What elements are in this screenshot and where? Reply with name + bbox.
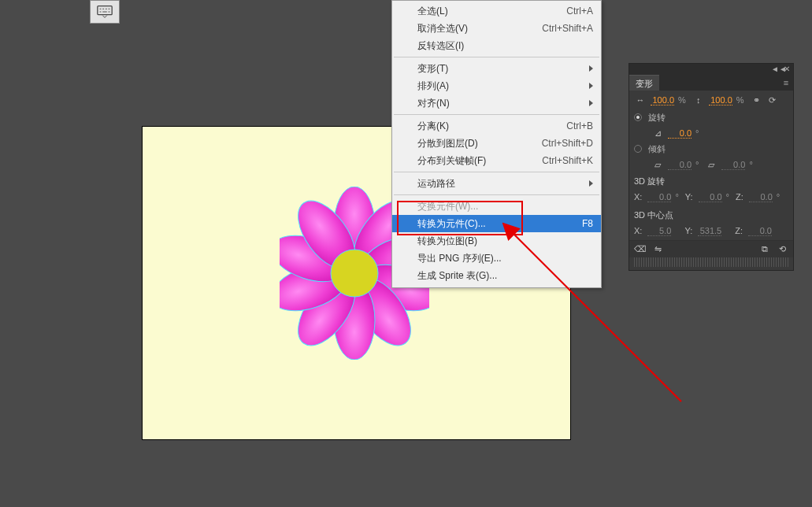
panel-collapse-icon[interactable]: ◄◄ bbox=[771, 65, 780, 73]
menu-generate-sprite-sheet[interactable]: 生成 Sprite 表(G)... bbox=[392, 267, 601, 284]
menu-label: 排列(A) bbox=[417, 80, 589, 93]
unit-label: % bbox=[736, 95, 744, 105]
svg-line-9 bbox=[105, 16, 107, 18]
menu-label: 分散到图层(D) bbox=[417, 137, 542, 150]
height-scale-icon: ↕ bbox=[692, 94, 705, 106]
unit-label: ° bbox=[695, 128, 699, 138]
menu-convert-to-bitmap[interactable]: 转换为位图(B) bbox=[392, 232, 601, 250]
menu-distribute-to-keyframes[interactable]: 分布到关键帧(F) Ctrl+Shift+K bbox=[392, 152, 601, 169]
submenu-arrow-icon bbox=[589, 180, 593, 187]
menu-motion-path[interactable]: 运动路径 bbox=[392, 175, 601, 192]
skew-radio[interactable] bbox=[634, 145, 642, 153]
svg-line-8 bbox=[102, 16, 105, 18]
ctr3d-y-value[interactable]: 531.5 bbox=[698, 226, 721, 236]
x-label: X: bbox=[634, 192, 642, 202]
panel-options-icon[interactable]: ≡ bbox=[779, 75, 793, 91]
menu-arrange[interactable]: 排列(A) bbox=[392, 77, 601, 94]
unit-label: ° bbox=[726, 192, 729, 202]
menu-shortcut: Ctrl+A bbox=[566, 6, 593, 17]
constrain-link-icon[interactable]: ⚭ bbox=[751, 94, 763, 106]
menu-label: 转换为位图(B) bbox=[417, 235, 593, 248]
menu-convert-to-symbol[interactable]: 转换为元件(C)... F8 bbox=[392, 215, 601, 232]
z-label: Z: bbox=[735, 226, 743, 235]
context-menu: 全选(L) Ctrl+A 取消全选(V) Ctrl+Shift+A 反转选区(I… bbox=[391, 0, 602, 288]
ctr3d-x-value[interactable]: 5.0 bbox=[647, 226, 671, 236]
svg-point-20 bbox=[331, 250, 378, 297]
x-label: X: bbox=[634, 226, 642, 235]
rotate-radio[interactable] bbox=[634, 113, 642, 121]
duplicate-transform-icon[interactable]: ⧉ bbox=[758, 243, 771, 256]
section-3d-rotation: 3D 旋转 bbox=[629, 172, 793, 187]
menu-label: 分离(K) bbox=[417, 120, 566, 133]
menu-label: 导出 PNG 序列(E)... bbox=[417, 252, 593, 265]
unit-label: % bbox=[678, 95, 686, 105]
panel-resize-grip[interactable] bbox=[634, 257, 788, 267]
menu-label: 变形(T) bbox=[417, 62, 589, 76]
menu-label: 转换为元件(C)... bbox=[417, 217, 582, 231]
panel-close-icon[interactable]: ✕ bbox=[782, 65, 792, 73]
svg-rect-0 bbox=[98, 6, 112, 15]
menu-separator bbox=[394, 172, 599, 172]
menu-label: 对齐(N) bbox=[417, 97, 589, 110]
skew-v-value[interactable]: 0.0 bbox=[721, 160, 745, 170]
menu-label: 生成 Sprite 表(G)... bbox=[417, 269, 593, 283]
rot3d-x-value[interactable]: 0.0 bbox=[647, 192, 671, 202]
menu-separator bbox=[394, 57, 599, 57]
y-label: Y: bbox=[685, 192, 693, 202]
submenu-arrow-icon bbox=[589, 100, 593, 106]
scale-width-value[interactable]: 100.0 bbox=[651, 95, 674, 105]
menu-label: 交换元件(W)... bbox=[417, 200, 593, 213]
menu-select-all[interactable]: 全选(L) Ctrl+A bbox=[392, 2, 601, 20]
ctr3d-z-value[interactable]: 0.0 bbox=[748, 226, 772, 236]
tab-transform[interactable]: 变形 bbox=[629, 75, 659, 91]
menu-swap-symbol: 交换元件(W)... bbox=[392, 198, 601, 215]
flip-horizontal-icon[interactable]: ⇋ bbox=[651, 243, 664, 256]
menu-transform[interactable]: 变形(T) bbox=[392, 60, 601, 77]
scale-height-value[interactable]: 100.0 bbox=[709, 95, 732, 105]
menu-shortcut: F8 bbox=[582, 218, 593, 229]
transform-panel: ◄◄ ✕ 变形 ≡ ↔ 100.0 % ↕ 100.0 % ⚭ ⟳ 旋转 ⊿ 0… bbox=[628, 63, 794, 271]
skew-h-icon: ▱ bbox=[651, 158, 664, 171]
menu-shortcut: Ctrl+B bbox=[566, 120, 593, 131]
section-3d-center: 3D 中心点 bbox=[629, 206, 793, 221]
submenu-arrow-icon bbox=[589, 65, 593, 72]
menu-label: 全选(L) bbox=[417, 5, 566, 18]
unit-label: ° bbox=[675, 192, 678, 202]
tab-label: 变形 bbox=[636, 79, 653, 88]
unit-label: ° bbox=[695, 160, 699, 169]
keyboard-tool-icon[interactable] bbox=[90, 0, 120, 24]
menu-invert-selection[interactable]: 反转选区(I) bbox=[392, 37, 601, 54]
remove-transform-icon[interactable]: ⌫ bbox=[634, 243, 647, 256]
rotate-value[interactable]: 0.0 bbox=[668, 128, 691, 139]
menu-label: 反转选区(I) bbox=[417, 39, 593, 53]
menu-label: 运动路径 bbox=[417, 177, 589, 191]
menu-deselect-all[interactable]: 取消全选(V) Ctrl+Shift+A bbox=[392, 20, 601, 37]
skew-v-icon: ▱ bbox=[705, 158, 717, 171]
menu-shortcut: Ctrl+Shift+D bbox=[542, 138, 593, 149]
menu-distribute-to-layers[interactable]: 分散到图层(D) Ctrl+Shift+D bbox=[392, 135, 601, 152]
y-label: Y: bbox=[684, 226, 692, 235]
rot3d-z-value[interactable]: 0.0 bbox=[749, 192, 773, 202]
skew-label: 倾斜 bbox=[648, 143, 666, 155]
menu-separator bbox=[394, 114, 599, 115]
menu-label: 取消全选(V) bbox=[417, 22, 542, 35]
unit-label: ° bbox=[777, 192, 780, 202]
menu-shortcut: Ctrl+Shift+A bbox=[542, 23, 593, 34]
menu-separator bbox=[394, 194, 599, 195]
z-label: Z: bbox=[736, 192, 743, 202]
menu-label: 分布到关键帧(F) bbox=[417, 154, 542, 168]
reset-rotate-icon[interactable]: ⟳ bbox=[766, 94, 779, 106]
menu-break-apart[interactable]: 分离(K) Ctrl+B bbox=[392, 117, 601, 135]
width-scale-icon: ↔ bbox=[634, 94, 647, 106]
skew-h-value[interactable]: 0.0 bbox=[668, 160, 691, 170]
menu-export-png-sequence[interactable]: 导出 PNG 序列(E)... bbox=[392, 250, 601, 267]
rotate-label: 旋转 bbox=[648, 112, 666, 124]
unit-label: ° bbox=[749, 160, 752, 169]
reset-transform-icon[interactable]: ⟲ bbox=[776, 243, 788, 256]
rot3d-y-value[interactable]: 0.0 bbox=[699, 192, 722, 202]
menu-shortcut: Ctrl+Shift+K bbox=[542, 155, 593, 166]
angle-icon: ⊿ bbox=[651, 127, 664, 139]
submenu-arrow-icon bbox=[589, 83, 593, 89]
menu-align[interactable]: 对齐(N) bbox=[392, 94, 601, 112]
